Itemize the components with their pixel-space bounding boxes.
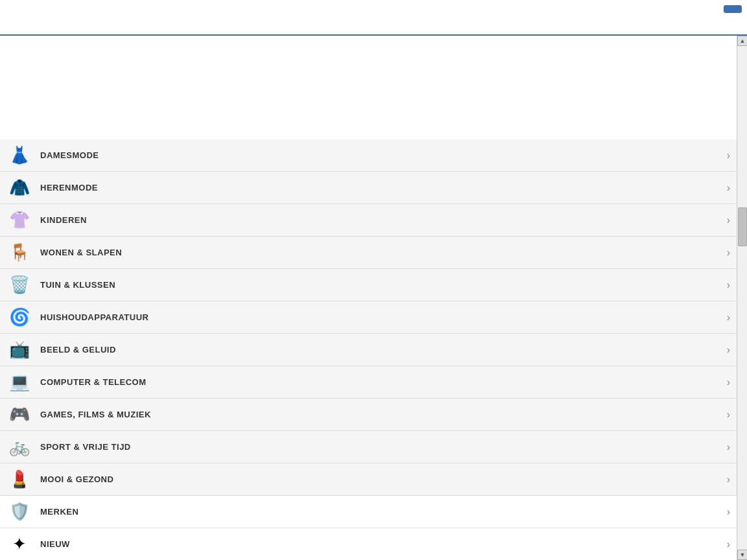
chevron-icon-kinderen: › xyxy=(727,215,730,226)
scrollbar-track: ▲ ▼ xyxy=(737,36,747,560)
category-label-games: GAMES, FILMS & MUZIEK xyxy=(40,410,727,419)
nieuw-icon: ✦ xyxy=(6,531,32,557)
category-item-damesmode[interactable]: 👗 DAMESMODE › xyxy=(0,139,737,172)
category-label-tuin: TUIN & KLUSSEN xyxy=(40,280,727,290)
category-item-mooi[interactable]: 💄 MOOI & GEZOND › xyxy=(0,463,737,496)
category-item-tuin[interactable]: 🗑️ TUIN & KLUSSEN › xyxy=(0,269,737,301)
category-label-damesmode: DAMESMODE xyxy=(40,150,727,160)
chevron-icon-nieuw: › xyxy=(727,539,730,550)
category-item-huishoud[interactable]: 🌀 HUISHOUDAPPARATUUR › xyxy=(0,301,737,334)
category-label-kinderen: KINDEREN xyxy=(40,215,727,225)
category-item-computer[interactable]: 💻 COMPUTER & TELECOM › xyxy=(0,366,737,399)
category-label-wonen: WONEN & SLAPEN xyxy=(40,248,727,257)
chevron-icon-herenmode: › xyxy=(727,182,730,194)
category-item-wonen[interactable]: 🪑 WONEN & SLAPEN › xyxy=(0,237,737,269)
category-item-kinderen[interactable]: 👚 KINDEREN › xyxy=(0,204,737,237)
sport-icon: 🚲 xyxy=(6,434,32,460)
chevron-icon-games: › xyxy=(727,409,730,421)
top-spacer xyxy=(0,36,737,139)
chevron-icon-beeld: › xyxy=(727,344,730,356)
scrollbar-arrow-down[interactable]: ▼ xyxy=(737,550,747,560)
category-label-merken: MERKEN xyxy=(40,507,727,517)
category-label-nieuw: NIEUW xyxy=(40,539,727,549)
top-bar xyxy=(0,0,747,36)
mooi-icon: 💄 xyxy=(6,467,32,493)
dames-fashion-icon: 👗 xyxy=(6,143,32,169)
category-label-herenmode: HERENMODE xyxy=(40,183,727,192)
content-area: 👗 DAMESMODE › 🧥 HERENMODE › 👚 KINDEREN ›… xyxy=(0,36,747,560)
chevron-icon-tuin: › xyxy=(727,279,730,291)
huishoud-icon: 🌀 xyxy=(6,305,32,331)
category-label-computer: COMPUTER & TELECOM xyxy=(40,377,727,387)
games-icon: 🎮 xyxy=(6,402,32,428)
category-label-beeld: BEELD & GELUID xyxy=(40,345,727,355)
computer-icon: 💻 xyxy=(6,369,32,395)
merken-icon: 🛡️ xyxy=(6,499,32,525)
category-item-herenmode[interactable]: 🧥 HERENMODE › xyxy=(0,172,737,204)
tuin-icon: 🗑️ xyxy=(6,272,32,298)
category-item-merken[interactable]: 🛡️ MERKEN › xyxy=(0,496,737,528)
top-bar-button[interactable] xyxy=(724,5,742,13)
chevron-icon-damesmode: › xyxy=(727,150,730,161)
kinderen-icon: 👚 xyxy=(6,207,32,233)
beeld-icon: 📺 xyxy=(6,337,32,363)
scrollbar-thumb[interactable] xyxy=(738,207,747,246)
chevron-icon-mooi: › xyxy=(727,474,730,485)
scrollbar-arrow-up[interactable]: ▲ xyxy=(737,36,747,46)
category-label-mooi: MOOI & GEZOND xyxy=(40,474,727,484)
category-label-huishoud: HUISHOUDAPPARATUUR xyxy=(40,312,727,322)
chevron-icon-huishoud: › xyxy=(727,312,730,323)
wonen-icon: 🪑 xyxy=(6,240,32,266)
category-item-beeld[interactable]: 📺 BEELD & GELUID › xyxy=(0,334,737,366)
chevron-icon-merken: › xyxy=(727,506,730,518)
main-list: 👗 DAMESMODE › 🧥 HERENMODE › 👚 KINDEREN ›… xyxy=(0,36,737,560)
category-item-games[interactable]: 🎮 GAMES, FILMS & MUZIEK › xyxy=(0,399,737,431)
category-item-nieuw[interactable]: ✦ NIEUW › xyxy=(0,528,737,560)
category-label-sport: SPORT & VRIJE TIJD xyxy=(40,442,727,452)
heren-fashion-icon: 🧥 xyxy=(6,175,32,201)
chevron-icon-computer: › xyxy=(727,377,730,388)
chevron-icon-wonen: › xyxy=(727,247,730,259)
category-item-sport[interactable]: 🚲 SPORT & VRIJE TIJD › xyxy=(0,431,737,463)
chevron-icon-sport: › xyxy=(727,441,730,453)
